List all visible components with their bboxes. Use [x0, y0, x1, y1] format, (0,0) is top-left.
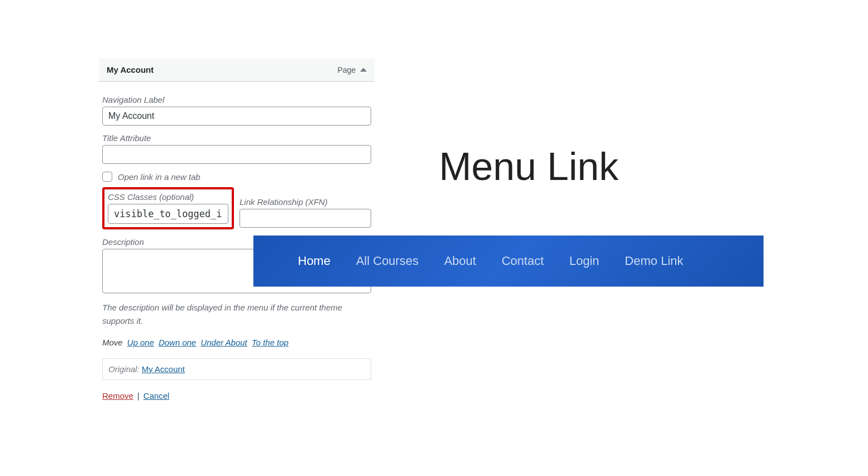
- nav-item-demo-link[interactable]: Demo Link: [625, 254, 683, 268]
- move-down-one-link[interactable]: Down one: [158, 338, 196, 347]
- css-xfn-row: CSS Classes (optional) Link Relationship…: [102, 189, 371, 229]
- panel-header-title: My Account: [107, 65, 153, 74]
- css-classes-input[interactable]: [108, 204, 228, 224]
- link-relationship-label: Link Relationship (XFN): [240, 197, 371, 207]
- title-attribute-label: Title Attribute: [102, 133, 371, 143]
- nav-item-about[interactable]: About: [444, 254, 476, 268]
- link-relationship-col: Link Relationship (XFN): [240, 189, 371, 229]
- title-attribute-input[interactable]: [102, 145, 371, 164]
- remove-link[interactable]: Remove: [102, 391, 133, 400]
- move-row: Move Up one Down one Under About To the …: [102, 338, 371, 347]
- move-label: Move: [102, 338, 123, 347]
- open-new-tab-label: Open link in a new tab: [118, 172, 200, 182]
- move-under-about-link[interactable]: Under About: [201, 338, 247, 347]
- nav-item-all-courses[interactable]: All Courses: [356, 254, 418, 268]
- panel-header-right: Page: [337, 66, 367, 74]
- description-note: The description will be displayed in the…: [102, 301, 371, 328]
- open-new-tab-checkbox[interactable]: [102, 172, 112, 182]
- css-classes-col: CSS Classes (optional): [102, 189, 234, 229]
- remove-cancel-row: Remove | Cancel: [102, 391, 371, 400]
- chevron-up-icon[interactable]: [360, 68, 367, 72]
- css-classes-label: CSS Classes (optional): [108, 192, 228, 202]
- open-new-tab-row: Open link in a new tab: [102, 172, 371, 182]
- panel-header-type: Page: [337, 66, 356, 74]
- nav-item-contact[interactable]: Contact: [502, 254, 544, 268]
- nav-bar: HomeAll CoursesAboutContactLoginDemo Lin…: [253, 236, 764, 287]
- nav-item-home[interactable]: Home: [298, 254, 331, 268]
- cancel-link[interactable]: Cancel: [143, 391, 169, 400]
- move-up-one-link[interactable]: Up one: [127, 338, 154, 347]
- css-classes-highlight: CSS Classes (optional): [102, 187, 234, 229]
- nav-item-login[interactable]: Login: [570, 254, 600, 268]
- navigation-label-label: Navigation Label: [102, 95, 371, 104]
- original-link[interactable]: My Account: [142, 364, 185, 374]
- original-label: Original:: [108, 364, 139, 374]
- page-title: Menu Link: [439, 144, 618, 189]
- menu-item-panel: My Account Page Navigation Label Title A…: [99, 58, 375, 400]
- original-box: Original: My Account: [102, 358, 371, 380]
- separator: |: [137, 391, 139, 400]
- link-relationship-input[interactable]: [240, 209, 371, 228]
- move-to-top-link[interactable]: To the top: [252, 338, 288, 347]
- panel-header[interactable]: My Account Page: [99, 58, 375, 82]
- navigation-label-input[interactable]: [102, 107, 371, 126]
